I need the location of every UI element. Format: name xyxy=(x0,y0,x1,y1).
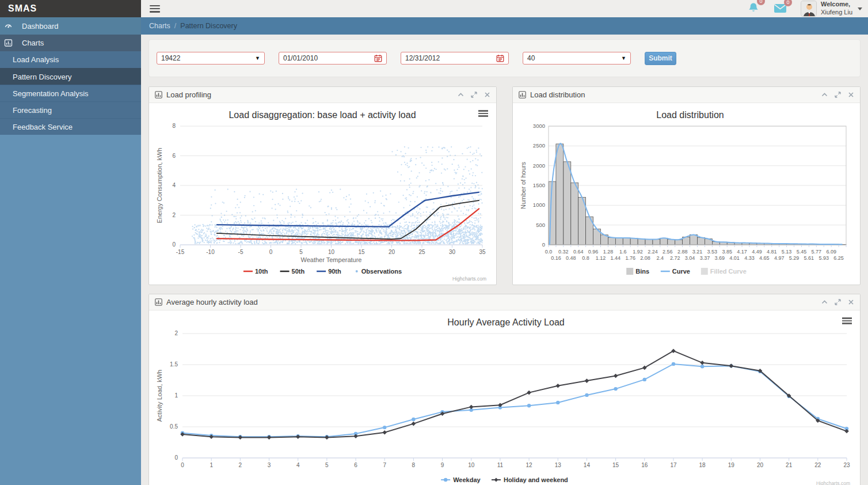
svg-text:18: 18 xyxy=(699,462,706,468)
app-logo: SMAS xyxy=(0,0,141,17)
welcome-line2: Xiufeng Liu xyxy=(821,9,852,17)
hourly-activity-panel: Average hourly activity load Hourly Aver… xyxy=(149,294,861,485)
svg-text:500: 500 xyxy=(536,222,545,228)
svg-text:1.6: 1.6 xyxy=(619,249,627,255)
svg-text:5.13: 5.13 xyxy=(782,249,792,255)
collapse-icon[interactable] xyxy=(458,92,464,98)
svg-text:0.64: 0.64 xyxy=(573,249,584,255)
svg-text:Bins: Bins xyxy=(635,268,649,275)
chart-context-menu-icon[interactable] xyxy=(478,110,488,117)
svg-text:Curve: Curve xyxy=(672,268,690,275)
legend-item-filled-curve[interactable]: Filled Curve xyxy=(701,268,747,275)
svg-text:22: 22 xyxy=(814,462,821,468)
svg-text:2.24: 2.24 xyxy=(648,249,658,255)
sidebar-item-feedback-service[interactable]: Feedback Service xyxy=(0,118,141,135)
svg-text:8: 8 xyxy=(172,123,176,129)
legend-item-weekday[interactable]: Weekday xyxy=(441,476,481,483)
select-caret-icon: ▼ xyxy=(621,55,626,61)
svg-text:5.61: 5.61 xyxy=(804,255,814,261)
submit-button[interactable]: Submit xyxy=(645,52,676,65)
collapse-icon[interactable] xyxy=(821,92,828,98)
svg-text:12: 12 xyxy=(526,462,533,468)
app-logo-text: SMAS xyxy=(8,3,37,14)
end-date-input[interactable]: 12/31/2012 xyxy=(401,52,509,65)
breadcrumb-charts-link[interactable]: Charts xyxy=(149,22,170,30)
svg-text:4: 4 xyxy=(296,462,300,468)
sidebar-item-label: Load Analysis xyxy=(13,55,59,64)
svg-text:6.09: 6.09 xyxy=(826,249,836,255)
svg-text:0.0: 0.0 xyxy=(545,249,553,255)
meter-select[interactable]: 19422 ▼ xyxy=(157,52,265,65)
svg-text:7: 7 xyxy=(383,462,386,468)
svg-text:30: 30 xyxy=(449,249,456,255)
svg-text:15: 15 xyxy=(358,249,365,255)
breadcrumb: Charts / Pattern Discovery xyxy=(141,17,868,35)
svg-text:4.33: 4.33 xyxy=(744,255,755,261)
bins-select[interactable]: 40 ▼ xyxy=(523,52,631,65)
svg-text:6.25: 6.25 xyxy=(833,255,844,261)
svg-text:3.53: 3.53 xyxy=(707,249,718,255)
svg-text:2: 2 xyxy=(239,462,242,468)
load-profiling-panel: Load profiling Load disaggregation: base… xyxy=(149,86,497,285)
chart-context-menu-icon[interactable] xyxy=(842,317,852,324)
svg-text:Hourly Average Activity Load: Hourly Average Activity Load xyxy=(447,317,564,327)
panel-chart-icon xyxy=(155,298,162,306)
svg-text:8: 8 xyxy=(412,462,416,468)
svg-text:0.16: 0.16 xyxy=(551,255,561,261)
series-holiday-and-weekend xyxy=(180,348,849,439)
sidebar-item-segmentation-analysis[interactable]: Segmentation Analysis xyxy=(0,85,141,101)
chart-legend: 10th50th90thObservations xyxy=(243,268,402,275)
messages-button[interactable]: 0 xyxy=(774,3,787,16)
user-menu[interactable]: Welcome, Xiufeng Liu xyxy=(801,1,862,17)
svg-text:1000: 1000 xyxy=(533,202,545,208)
svg-text:2500: 2500 xyxy=(533,142,545,149)
meter-select-value: 19422 xyxy=(161,54,255,62)
charts-icon xyxy=(4,39,13,49)
notifications-button[interactable]: 0 xyxy=(747,2,760,16)
legend-item-holiday-and-weekend[interactable]: Holiday and weekend xyxy=(492,476,568,483)
start-date-input[interactable]: 01/01/2010 xyxy=(279,52,387,65)
hourly-activity-panel-header: Average hourly activity load xyxy=(149,294,860,310)
filter-panel: 19422 ▼ 01/01/2010 12/31/2012 40 ▼ Submi… xyxy=(149,39,861,77)
svg-text:0.8: 0.8 xyxy=(582,255,589,261)
close-icon[interactable] xyxy=(484,92,490,98)
svg-text:2.56: 2.56 xyxy=(663,249,673,255)
topbar: 0 0 Welcome, Xiufeng Liu xyxy=(141,0,868,17)
sidebar-item-pattern-discovery[interactable]: Pattern Discovery xyxy=(0,68,141,85)
sidebar-item-label: Forecasting xyxy=(13,106,52,115)
svg-text:2.08: 2.08 xyxy=(640,255,650,261)
svg-text:10: 10 xyxy=(328,249,335,255)
sidebar-item-charts[interactable]: Charts xyxy=(0,35,141,51)
legend-item-10th[interactable]: 10th xyxy=(243,268,268,275)
legend-item-bins[interactable]: Bins xyxy=(626,268,649,275)
svg-text:3.37: 3.37 xyxy=(700,255,710,261)
svg-text:1.28: 1.28 xyxy=(603,249,614,255)
svg-text:5.45: 5.45 xyxy=(797,249,807,255)
legend-item-observations[interactable]: Observations xyxy=(356,268,402,275)
svg-text:4.97: 4.97 xyxy=(774,255,785,261)
expand-icon[interactable] xyxy=(471,92,477,98)
close-icon[interactable] xyxy=(848,299,854,305)
sidebar-item-forecasting[interactable]: Forecasting xyxy=(0,101,141,118)
svg-text:50th: 50th xyxy=(292,268,305,275)
svg-text:Holiday and weekend: Holiday and weekend xyxy=(504,476,568,483)
sidebar-toggle-icon[interactable] xyxy=(150,5,160,13)
svg-text:10: 10 xyxy=(468,462,475,468)
legend-item-curve[interactable]: Curve xyxy=(661,268,690,275)
svg-text:1500: 1500 xyxy=(533,182,545,188)
close-icon[interactable] xyxy=(848,92,854,98)
hourly-activity-chart: Hourly Average Activity Load00.511.52012… xyxy=(149,310,860,485)
sidebar-item-load-analysis[interactable]: Load Analysis xyxy=(0,51,141,68)
svg-text:3: 3 xyxy=(268,462,271,468)
panel-title: Load profiling xyxy=(166,90,211,99)
load-distribution-panel-header: Load distribution xyxy=(513,87,860,103)
svg-text:6: 6 xyxy=(172,153,176,159)
svg-text:-10: -10 xyxy=(206,249,215,255)
expand-icon[interactable] xyxy=(835,299,841,305)
collapse-icon[interactable] xyxy=(821,299,828,305)
expand-icon[interactable] xyxy=(835,92,841,98)
sidebar: SMAS Dashboard Charts Load Analysis Patt… xyxy=(0,0,141,485)
legend-item-50th[interactable]: 50th xyxy=(280,268,305,275)
sidebar-item-dashboard[interactable]: Dashboard xyxy=(0,17,141,35)
legend-item-90th[interactable]: 90th xyxy=(317,268,341,275)
